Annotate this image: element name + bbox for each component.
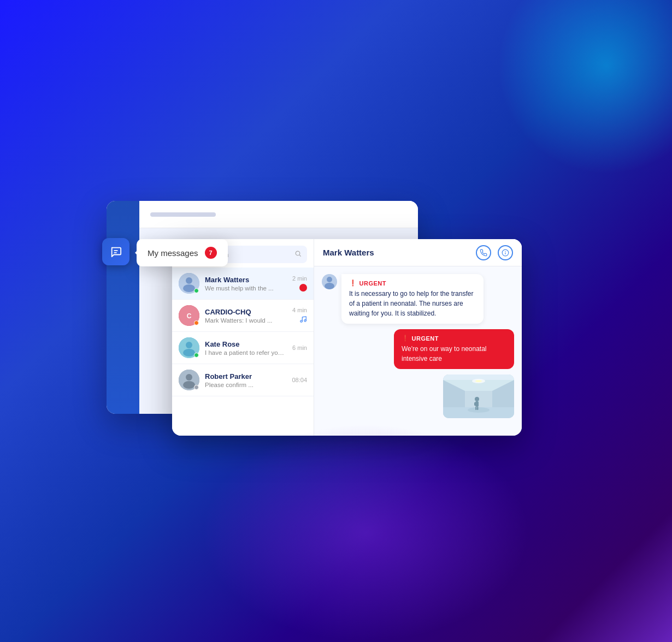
phone-button[interactable]: [476, 245, 491, 260]
urgent-icon: ❗: [349, 280, 357, 287]
chat-header-icons: [476, 245, 513, 260]
conv-preview-cardio: Mark Watters: I would ...: [205, 317, 287, 324]
conv-time-robert: 08:04: [292, 377, 307, 383]
conv-info-cardio: CARDIO-CHQ Mark Watters: I would ...: [205, 308, 287, 324]
sent-bubble-1: ❗ URGENT We're on our way to neonatal in…: [394, 329, 514, 369]
conv-time-kate: 6 min: [292, 344, 307, 351]
svg-point-31: [468, 407, 490, 413]
message-sent-image: [322, 374, 514, 418]
conv-preview: We must help with the ...: [205, 285, 287, 292]
svg-text:C: C: [187, 312, 192, 320]
conv-item-mark-watters[interactable]: Mark Watters We must help with the ... 2…: [172, 268, 314, 300]
conv-name-cardio: CARDIO-CHQ: [205, 308, 287, 316]
chat-messages: ❗ URGENT It is necessary to go to help f…: [314, 266, 522, 436]
conv-meta-mark: 2 min: [292, 275, 307, 292]
message-received-urgent: ❗ URGENT It is necessary to go to help f…: [322, 274, 514, 324]
conv-time: 2 min: [292, 275, 307, 282]
status-kate-online: [194, 353, 199, 358]
scene: My messages 7: [139, 206, 533, 436]
svg-rect-36: [475, 407, 477, 410]
svg-point-15: [186, 374, 192, 381]
conv-meta-robert: 08:04: [292, 377, 307, 383]
conv-preview-kate: I have a patient to refer you ...: [205, 349, 287, 356]
conv-info-kate: Kate Rose I have a patient to refer you …: [205, 340, 287, 356]
svg-point-12: [186, 342, 192, 348]
messages-icon: [110, 246, 122, 258]
message-sent-urgent1: ❗ URGENT We're on our way to neonatal in…: [322, 329, 514, 369]
status-robert-offline: [194, 385, 199, 390]
svg-point-5: [186, 277, 192, 284]
conv-item-kate[interactable]: Kate Rose I have a patient to refer you …: [172, 332, 314, 364]
svg-line-3: [299, 255, 300, 256]
urgent-icon-sent1: ❗: [402, 335, 410, 342]
svg-point-9: [300, 320, 303, 322]
conv-preview-robert: Please confirm ...: [205, 382, 286, 388]
conversation-list: Mark Watters We must help with the ... 2…: [172, 239, 314, 436]
svg-point-32: [475, 397, 479, 401]
conv-meta-cardio: 4 min: [292, 307, 307, 325]
audio-icon: [299, 316, 307, 325]
chat-contact-name: Mark Watters: [323, 248, 374, 257]
svg-point-6: [183, 284, 195, 292]
bg-top-bar: [139, 201, 418, 228]
svg-point-22: [325, 283, 334, 289]
conv-name-kate: Kate Rose: [205, 340, 287, 348]
avatar-mark-watters: [179, 273, 199, 294]
svg-point-16: [183, 381, 195, 389]
conv-name-robert: Robert Parker: [205, 372, 286, 381]
status-busy: [194, 320, 199, 325]
sender-avatar-img: [322, 274, 337, 289]
svg-rect-37: [477, 407, 479, 410]
image-preview: [443, 374, 514, 418]
conv-time-cardio: 4 min: [292, 307, 307, 313]
message-text-sent1: We're on our way to neonatal intensive c…: [402, 344, 506, 364]
svg-point-21: [327, 277, 332, 282]
hospital-corridor-svg: [443, 374, 514, 418]
bg-sidebar: [107, 201, 139, 414]
avatar-kate: [179, 337, 199, 358]
search-icon: [294, 250, 302, 259]
sidebar-messages-button[interactable]: [102, 238, 129, 265]
messages-badge: 7: [205, 247, 217, 259]
chat-header: Mark Watters: [314, 239, 522, 266]
conv-item-cardio[interactable]: C CARDIO-CHQ Mark Watters: I would ... 4…: [172, 300, 314, 332]
svg-rect-35: [477, 402, 479, 406]
svg-point-10: [304, 319, 306, 322]
chat-ui: Mark Watters We must help with the ... 2…: [172, 239, 522, 436]
unread-indicator: [299, 284, 307, 292]
avatar-cardio: C: [179, 305, 199, 326]
sender-avatar: [322, 274, 337, 289]
urgent-label-sent1: ❗ URGENT: [402, 335, 506, 342]
status-online: [194, 288, 199, 293]
phone-icon: [480, 249, 487, 257]
info-icon: [502, 249, 509, 257]
svg-rect-34: [474, 402, 476, 406]
svg-point-13: [183, 349, 195, 356]
message-text-received: It is necessary to go to help for the tr…: [349, 289, 476, 318]
my-messages-label: My messages: [148, 248, 198, 258]
conv-meta-kate: 6 min: [292, 344, 307, 351]
info-button[interactable]: [498, 245, 513, 260]
urgent-label-received: ❗ URGENT: [349, 280, 476, 287]
conv-info-robert: Robert Parker Please confirm ...: [205, 372, 286, 388]
conv-info-mark: Mark Watters We must help with the ...: [205, 276, 287, 292]
avatar-robert: [179, 370, 199, 390]
conv-item-robert[interactable]: Robert Parker Please confirm ... 08:04: [172, 364, 314, 396]
bg-bar-line: [150, 212, 216, 217]
received-bubble: ❗ URGENT It is necessary to go to help f…: [341, 274, 484, 324]
svg-point-30: [475, 380, 482, 382]
my-messages-tooltip: My messages 7: [137, 239, 228, 266]
conv-name: Mark Watters: [205, 276, 287, 284]
chat-detail-panel: Mark Watters: [314, 239, 522, 436]
